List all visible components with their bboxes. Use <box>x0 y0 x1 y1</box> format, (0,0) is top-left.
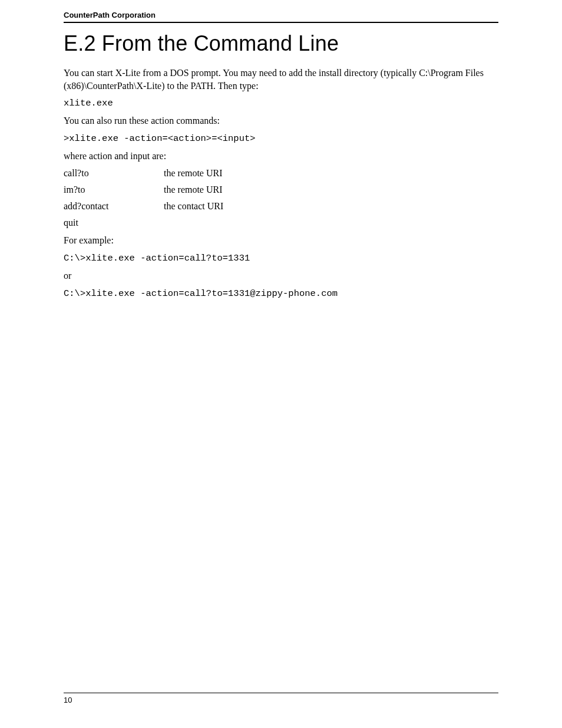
page-number: 10 <box>64 696 72 704</box>
action-input: the contact URI <box>164 201 223 212</box>
action-row: im?to the remote URI <box>64 185 498 195</box>
action-name: quit <box>64 218 164 228</box>
action-name: im?to <box>64 185 164 195</box>
page-header: CounterPath Corporation <box>64 11 498 23</box>
header-company: CounterPath Corporation <box>64 11 156 19</box>
command-xlite: xlite.exe <box>64 98 498 108</box>
also-run-paragraph: You can also run these action commands: <box>64 114 498 127</box>
action-row: quit <box>64 218 498 228</box>
action-input: the remote URI <box>164 185 223 195</box>
example-command-1: C:\>xlite.exe -action=call?to=1331 <box>64 253 498 263</box>
action-row: call?to the remote URI <box>64 168 498 179</box>
action-row: add?contact the contact URI <box>64 201 498 212</box>
example-command-2: C:\>xlite.exe -action=call?to=1331@zippy… <box>64 288 498 299</box>
command-action-syntax: >xlite.exe -action=<action>=<input> <box>64 133 498 144</box>
actions-table: call?to the remote URI im?to the remote … <box>64 168 498 228</box>
intro-paragraph: You can start X-Lite from a DOS prompt. … <box>64 67 498 92</box>
or-text: or <box>64 269 498 282</box>
page-footer: 10 <box>64 693 498 704</box>
action-name: add?contact <box>64 201 164 212</box>
for-example-text: For example: <box>64 234 498 247</box>
action-name: call?to <box>64 168 164 179</box>
page: CounterPath Corporation E.2 From the Com… <box>0 0 562 728</box>
section-title: E.2 From the Command Line <box>64 31 498 56</box>
where-text: where action and input are: <box>64 150 498 163</box>
action-input: the remote URI <box>164 168 223 179</box>
